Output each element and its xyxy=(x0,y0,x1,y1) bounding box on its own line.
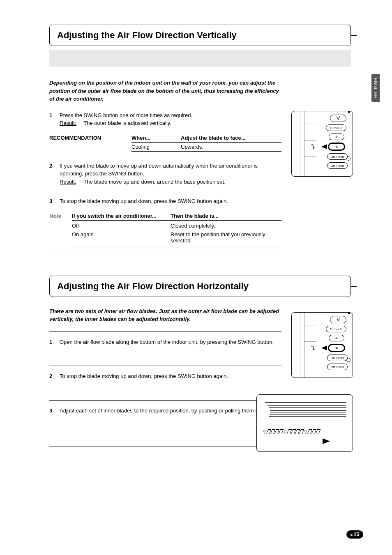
result-label: Result: xyxy=(60,120,76,126)
rec-upwards: Upwards. xyxy=(181,144,281,150)
ontimer-button-icon: On Timer xyxy=(327,355,348,361)
dots-button-icon: ✢ xyxy=(329,335,344,341)
offtimer-button-icon: Off Timer xyxy=(327,162,348,169)
step-number: 1 xyxy=(49,338,60,346)
section2-step3-block: 3 Adjust each set of inner blades to the… xyxy=(49,400,281,447)
swing-button-icon: ⇅ xyxy=(328,344,345,352)
pointer-arrow-icon xyxy=(321,144,327,149)
timer-circle-icon xyxy=(346,157,350,161)
recommendation-block: RECOMMENDATION When... Adjust the blade … xyxy=(49,135,281,152)
section2-intro: There are two sets of inner air flow bla… xyxy=(49,307,281,323)
note-onagain: On again xyxy=(72,231,171,244)
step-number: 3 xyxy=(49,407,60,415)
remote-diagram-1: V Turbo/☺ ✢ ⇅ ⇅ On Timer Off Timer xyxy=(291,111,353,177)
note-reset: Reset to the position that you previousl… xyxy=(171,231,281,244)
swing-button-icon: ⇅ xyxy=(328,143,345,151)
note-header-if: If you switch the air conditioner... xyxy=(72,213,171,219)
section1-title: Adjusting the Air Flow Direction Vertica… xyxy=(57,30,343,41)
section1-title-box: Adjusting the Air Flow Direction Vertica… xyxy=(49,25,351,46)
section1-step1: 1 Press the SWING button one or more tim… xyxy=(49,111,281,127)
rec-cooling: Cooling xyxy=(131,144,181,150)
remote-diagram-2: V Turbo/☺ ✢ ⇅ ⇅ On Timer Off Timer xyxy=(291,312,353,378)
timer-circle-icon xyxy=(346,358,350,362)
swing-indicator-icon: ⇅ xyxy=(311,143,315,150)
divider xyxy=(49,255,281,255)
section2-title: Adjusting the Air Flow Direction Horizon… xyxy=(57,281,343,292)
language-tab: ENGLISH xyxy=(371,74,380,102)
step2-text: To stop the blade moving up and down, pr… xyxy=(60,372,281,380)
note-label: Note xyxy=(49,213,72,249)
result-text: The outer blade is adjusted vertically. xyxy=(83,120,171,126)
page-number: E-15 xyxy=(346,530,363,539)
rec-header-adjust: Adjust the blade to face... xyxy=(181,135,281,141)
step1-text: Press the SWING button one or more times… xyxy=(60,111,281,120)
v-button-icon: V xyxy=(330,316,346,323)
pointer-arrow-icon xyxy=(321,345,327,350)
result-label: Result: xyxy=(60,179,76,185)
turbo-button-icon: Turbo/☺ xyxy=(326,326,346,332)
note-header-then: Then the blade is... xyxy=(171,213,281,219)
swing-indicator-icon: ⇅ xyxy=(311,345,315,351)
recommendation-label: RECOMMENDATION xyxy=(49,135,131,152)
louvers-icon: ▽ ▽ ▽ xyxy=(263,428,348,436)
dots-button-icon: ✢ xyxy=(329,134,344,140)
turbo-button-icon: Turbo/☺ xyxy=(326,124,346,131)
step-number: 2 xyxy=(49,162,60,186)
section2-title-box: Adjusting the Air Flow Direction Horizon… xyxy=(49,276,351,297)
note-closed: Closed completely. xyxy=(171,223,281,229)
step-number: 1 xyxy=(49,111,60,127)
unit-diagram: ▽ ▽ ▽ xyxy=(256,394,353,452)
note-block: Note If you switch the air conditioner..… xyxy=(49,213,281,249)
section2-step1-block: 1 Open the air flow blade along the bott… xyxy=(49,332,281,366)
note-off: Off xyxy=(72,223,171,229)
v-button-icon: V xyxy=(330,115,346,122)
ontimer-button-icon: On Timer xyxy=(327,153,348,160)
step2-text: If you want the blade to move up and dow… xyxy=(60,162,281,178)
section1-intro: Depending on the position of the indoor … xyxy=(49,79,281,103)
result-text: The blade move up and down, around the b… xyxy=(83,179,225,185)
step3-text: Adjust each set of inner blades to the r… xyxy=(60,407,281,415)
direction-arrow-icon xyxy=(323,438,330,444)
step1-text: Open the air flow blade along the bottom… xyxy=(60,338,281,346)
section1-step2: 2 If you want the blade to move up and d… xyxy=(49,162,281,186)
offtimer-button-icon: Off Timer xyxy=(327,364,348,370)
gray-block-1 xyxy=(49,50,351,67)
section2-step2-block: 2 To stop the blade moving up and down, … xyxy=(49,366,281,400)
section1-step3: 3 To stop the blade moving up and down, … xyxy=(49,197,281,205)
rec-header-when: When... xyxy=(131,135,181,141)
step3-text: To stop the blade moving up and down, pr… xyxy=(60,197,281,205)
step-number: 3 xyxy=(49,197,60,205)
step-number: 2 xyxy=(49,372,60,380)
